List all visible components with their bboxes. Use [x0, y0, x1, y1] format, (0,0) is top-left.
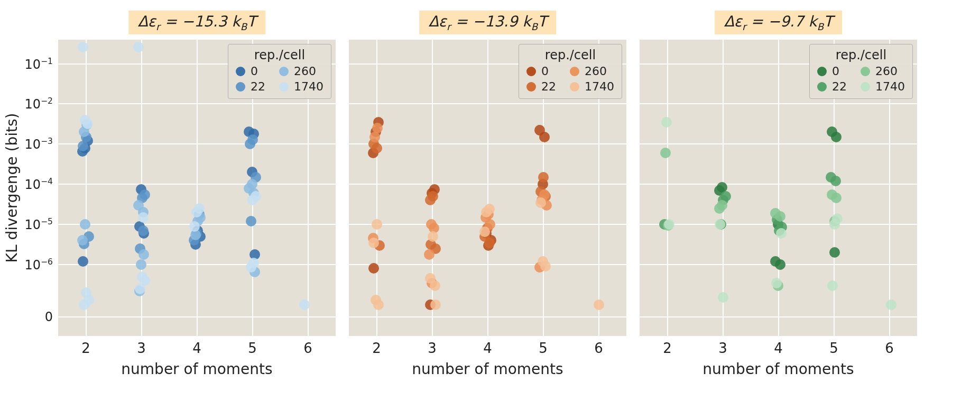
data-point: [136, 259, 146, 270]
data-point: [479, 226, 490, 237]
y-tick: 10−4: [24, 177, 58, 192]
x-axis-label-1: number of moments: [412, 360, 563, 378]
data-point: [247, 134, 258, 145]
panel-title-2: Δεr = −9.7 kBT: [715, 11, 843, 34]
data-point: [886, 299, 896, 310]
data-point: [78, 256, 88, 267]
legend-swatch: [817, 67, 827, 76]
data-point: [373, 299, 384, 310]
legend-label: 22: [832, 80, 847, 93]
panel-title-1: Δεr = −13.9 kBT: [419, 11, 557, 34]
data-point: [248, 258, 259, 268]
y-tick-zero: 0: [45, 310, 58, 324]
panel-2: Δεr = −9.7 kBT rep./cell0260221740 numbe…: [640, 40, 917, 336]
legend-swatch: [279, 67, 289, 76]
data-point: [424, 249, 434, 260]
legend-swatch: [236, 82, 245, 92]
panel-1: Δεr = −13.9 kBT rep./cell0260221740 numb…: [349, 40, 626, 336]
data-point: [138, 225, 149, 236]
legend-swatch: [570, 67, 579, 76]
data-point: [247, 179, 257, 189]
figure: Δεr = −15.3 kBT KL divergenge (bits) rep…: [0, 0, 980, 418]
data-point: [832, 213, 843, 224]
legend-swatch: [861, 82, 870, 92]
x-tick: 5: [539, 336, 548, 356]
data-point: [538, 172, 549, 183]
data-point: [829, 247, 840, 258]
legend-item: 1740: [279, 80, 323, 93]
panel-title-0: Δεr = −15.3 kBT: [128, 11, 266, 34]
legend-item: 22: [817, 80, 847, 93]
x-tick: 2: [81, 336, 90, 356]
data-point: [425, 273, 436, 284]
data-point: [661, 117, 672, 128]
data-point: [770, 208, 781, 219]
data-point: [368, 238, 379, 248]
legend-item: 22: [526, 80, 556, 93]
x-tick: 6: [303, 336, 312, 356]
x-tick: 4: [192, 336, 201, 356]
data-point: [660, 148, 671, 158]
x-tick: 6: [885, 336, 894, 356]
legend-label: 260: [585, 65, 607, 78]
data-point: [140, 189, 150, 200]
data-point: [770, 256, 781, 267]
data-point: [484, 204, 495, 214]
data-point: [189, 221, 200, 232]
x-tick: 3: [718, 336, 727, 356]
legend-swatch: [526, 82, 536, 92]
x-tick: 5: [248, 336, 257, 356]
x-tick: 3: [137, 336, 146, 356]
x-axis-label-0: number of moments: [121, 360, 272, 378]
data-point: [79, 299, 89, 310]
data-point: [135, 284, 145, 294]
legend-item: 260: [861, 65, 905, 78]
y-tick: 10−2: [24, 96, 58, 112]
x-tick: 4: [774, 336, 783, 356]
legend-item: 0: [526, 65, 556, 78]
legend-item: 0: [236, 65, 265, 78]
legend: rep./cell0260221740: [519, 44, 622, 99]
legend-label: 260: [294, 65, 316, 78]
y-tick: 10−6: [24, 257, 58, 272]
legend: rep./cell0260221740: [228, 44, 331, 99]
data-point: [594, 299, 604, 310]
legend-label: 0: [541, 65, 549, 78]
data-point: [133, 42, 144, 52]
data-point: [827, 126, 837, 137]
data-point: [77, 235, 88, 246]
data-point: [372, 123, 383, 133]
x-tick: 5: [829, 336, 838, 356]
data-point: [534, 125, 545, 135]
data-point: [717, 200, 727, 211]
data-point: [827, 189, 837, 200]
data-point: [535, 197, 546, 208]
y-tick: 10−1: [24, 56, 58, 71]
x-tick: 2: [663, 336, 672, 356]
legend-label: 0: [832, 65, 839, 78]
panel-0: Δεr = −15.3 kBT KL divergenge (bits) rep…: [58, 40, 336, 336]
y-tick: 10−3: [24, 137, 58, 152]
legend-label: 1740: [294, 80, 323, 93]
data-point: [78, 141, 88, 151]
plot-area-2: rep./cell0260221740: [640, 40, 917, 336]
data-point: [827, 280, 838, 291]
data-point: [138, 212, 149, 223]
data-point: [138, 249, 149, 260]
legend-swatch: [236, 67, 245, 76]
legend-label: 22: [251, 80, 265, 93]
legend-item: 22: [236, 80, 265, 93]
legend-label: 1740: [875, 80, 905, 93]
legend-label: 0: [251, 65, 258, 78]
legend-title: rep./cell: [236, 48, 323, 62]
legend-item: 260: [279, 65, 323, 78]
data-point: [78, 42, 88, 52]
data-point: [372, 143, 382, 153]
data-point: [368, 263, 379, 274]
legend-item: 1740: [861, 80, 905, 93]
plot-area-0: rep./cell0260221740: [58, 40, 336, 336]
legend-item: 0: [817, 65, 847, 78]
legend-label: 260: [875, 65, 898, 78]
x-tick: 2: [372, 336, 381, 356]
legend-swatch: [861, 67, 870, 76]
